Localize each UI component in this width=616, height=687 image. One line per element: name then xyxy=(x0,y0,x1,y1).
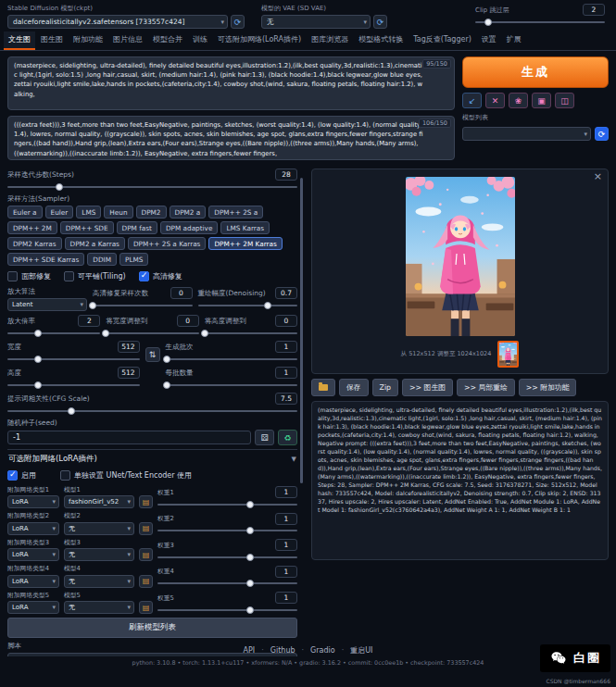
lora-model-select[interactable]: 无▾ xyxy=(64,575,134,588)
scrollbar[interactable] xyxy=(300,178,303,483)
sampler-option[interactable]: DPM++ 2M xyxy=(7,221,57,234)
lora-model-select[interactable]: 无▾ xyxy=(64,522,134,535)
sampler-option[interactable]: DDIM xyxy=(87,253,117,266)
generated-image[interactable] xyxy=(406,177,515,336)
seed-input[interactable]: -1 xyxy=(7,431,251,444)
hires-steps-value[interactable]: 0 xyxy=(170,287,193,299)
tiling-checkbox[interactable]: 可平铺(Tiling) xyxy=(64,271,126,281)
upscale-by-value[interactable]: 2 xyxy=(78,315,100,327)
width-slider[interactable] xyxy=(7,355,140,363)
batch-count-slider[interactable] xyxy=(166,355,298,363)
send-to-extras-button[interactable]: >> 附加功能 xyxy=(519,379,577,396)
generate-button[interactable]: 生成 xyxy=(462,56,609,88)
lora-enable-checkbox[interactable]: ✓启用 xyxy=(7,470,36,481)
lora-weight-value[interactable]: 1 xyxy=(275,539,297,551)
sampler-option[interactable]: DPM2 Karras xyxy=(7,237,62,250)
lora-model-select[interactable]: 无▾ xyxy=(64,601,134,614)
denoising-slider[interactable] xyxy=(198,301,298,309)
lora-section-header[interactable]: 可选附加网络(LoRA插件) ▼ xyxy=(7,449,297,466)
save-style-button[interactable]: ◫ xyxy=(555,93,574,108)
lora-weight-value[interactable]: 1 xyxy=(275,592,297,604)
lora-weight-slider[interactable] xyxy=(157,606,297,614)
sampler-option[interactable]: DPM adaptive xyxy=(160,221,219,234)
batch-size-slider[interactable] xyxy=(166,381,298,389)
cfg-slider[interactable] xyxy=(7,406,297,415)
tab-img2img[interactable]: 图生图 xyxy=(36,31,68,50)
refresh-ckpt-button[interactable]: ⟳ xyxy=(231,15,245,29)
extra-networks-button[interactable]: ❀ xyxy=(509,93,528,108)
clip-skip-slider[interactable] xyxy=(475,18,605,26)
tab-extras[interactable]: 附加功能 xyxy=(69,31,107,50)
upscaler-select[interactable]: Latent ▾ xyxy=(7,298,87,311)
model-list-select[interactable]: ▾ xyxy=(462,127,591,141)
lora-type-select[interactable]: LoRA▾ xyxy=(7,575,59,588)
gallery-thumbnail[interactable] xyxy=(497,341,519,368)
lora-model-info-button[interactable]: ▤ xyxy=(139,495,153,508)
lora-weight-slider[interactable] xyxy=(157,580,297,588)
paste-params-button[interactable]: ↙ xyxy=(462,93,482,108)
style-refresh-button[interactable]: ⟳ xyxy=(595,127,609,141)
width-value[interactable]: 512 xyxy=(118,341,140,353)
resize-height-value[interactable]: 0 xyxy=(275,315,297,327)
sampler-option[interactable]: PLMS xyxy=(119,253,148,266)
lora-weight-value[interactable]: 1 xyxy=(275,566,297,578)
lora-type-select[interactable]: LoRA▾ xyxy=(7,548,59,561)
open-folder-button[interactable] xyxy=(311,379,335,396)
tab-tagger[interactable]: Tag反查(Tagger) xyxy=(409,31,476,50)
apply-style-button[interactable]: ▣ xyxy=(532,93,551,108)
tab-image-browser[interactable]: 图库浏览器 xyxy=(307,31,353,50)
random-seed-button[interactable]: ⚄ xyxy=(255,430,274,445)
lora-weight-slider[interactable] xyxy=(157,527,297,535)
cfg-value[interactable]: 7.5 xyxy=(275,393,297,405)
vae-select[interactable]: 无 ▾ xyxy=(261,15,371,29)
sampler-option[interactable]: DPM++ 2S a xyxy=(208,206,263,219)
clip-skip-value[interactable]: 2 xyxy=(583,4,605,16)
sampler-option[interactable]: DPM2 xyxy=(136,206,167,219)
save-button[interactable]: 保存 xyxy=(339,379,369,396)
sampler-option[interactable]: DPM2 a Karras xyxy=(65,237,125,250)
send-to-img2img-button[interactable]: >> 图生图 xyxy=(402,379,453,396)
send-to-inpaint-button[interactable]: >> 局部重绘 xyxy=(457,379,515,396)
resize-width-slider[interactable] xyxy=(106,329,198,337)
hires-fix-checkbox[interactable]: ✓高清修复 xyxy=(139,271,182,281)
tab-model-converter[interactable]: 模型格式转换 xyxy=(354,31,408,50)
sampler-option[interactable]: LMS Karras xyxy=(220,221,270,234)
sampler-option[interactable]: DPM++ 2S a Karras xyxy=(128,237,207,250)
sampler-option[interactable]: DPM2 a xyxy=(170,206,207,219)
batch-count-value[interactable]: 1 xyxy=(275,341,297,353)
restore-faces-checkbox[interactable]: 面部修复 xyxy=(7,271,51,281)
zip-button[interactable]: Zip xyxy=(372,379,398,396)
api-link[interactable]: API xyxy=(244,646,256,655)
sampler-option[interactable]: DPM++ SDE xyxy=(60,221,114,234)
height-value[interactable]: 512 xyxy=(118,367,140,379)
denoising-value[interactable]: 0.7 xyxy=(275,287,297,299)
sampler-option[interactable]: Euler xyxy=(45,206,74,219)
refresh-models-button[interactable]: 刷新模型列表 xyxy=(7,618,297,638)
clear-prompt-button[interactable]: ✕ xyxy=(485,93,505,108)
sampler-option[interactable]: DPM++ SDE Karras xyxy=(7,253,84,266)
steps-slider[interactable] xyxy=(7,182,297,191)
lora-type-select[interactable]: LoRA▾ xyxy=(7,601,59,614)
lora-model-info-button[interactable]: ▤ xyxy=(139,575,153,588)
gradio-link[interactable]: Gradio xyxy=(295,646,335,655)
sampler-option[interactable]: Heun xyxy=(104,206,132,219)
tab-train[interactable]: 训练 xyxy=(188,31,212,50)
resize-height-slider[interactable] xyxy=(205,329,297,337)
sampler-option[interactable]: LMS xyxy=(76,206,101,219)
lora-type-select[interactable]: LoRA▾ xyxy=(7,495,59,508)
resize-width-value[interactable]: 0 xyxy=(177,315,199,327)
lora-weight-slider[interactable] xyxy=(157,500,297,508)
lora-type-select[interactable]: LoRA▾ xyxy=(7,522,59,535)
tab-png-info[interactable]: 图片信息 xyxy=(108,31,147,50)
lora-model-info-button[interactable]: ▤ xyxy=(139,522,153,535)
lora-model-info-button[interactable]: ▤ xyxy=(139,601,153,614)
lora-model-info-button[interactable]: ▤ xyxy=(139,548,153,561)
tab-extensions[interactable]: 扩展 xyxy=(502,31,526,50)
lora-model-select[interactable]: fashionGirl_v52▾ xyxy=(64,495,134,508)
tab-additional-networks[interactable]: 可选附加网络(LoRA插件) xyxy=(213,31,306,50)
positive-prompt-input[interactable]: (masterpiece, sidelighting, ultra-detail… xyxy=(14,61,448,99)
negative-prompt-input[interactable]: (((extra feet))),3 feet,more than two fe… xyxy=(14,120,448,158)
tab-checkpoint-merger[interactable]: 模型合并 xyxy=(148,31,187,50)
hires-steps-slider[interactable] xyxy=(93,301,193,309)
lora-weight-slider[interactable] xyxy=(157,553,297,561)
